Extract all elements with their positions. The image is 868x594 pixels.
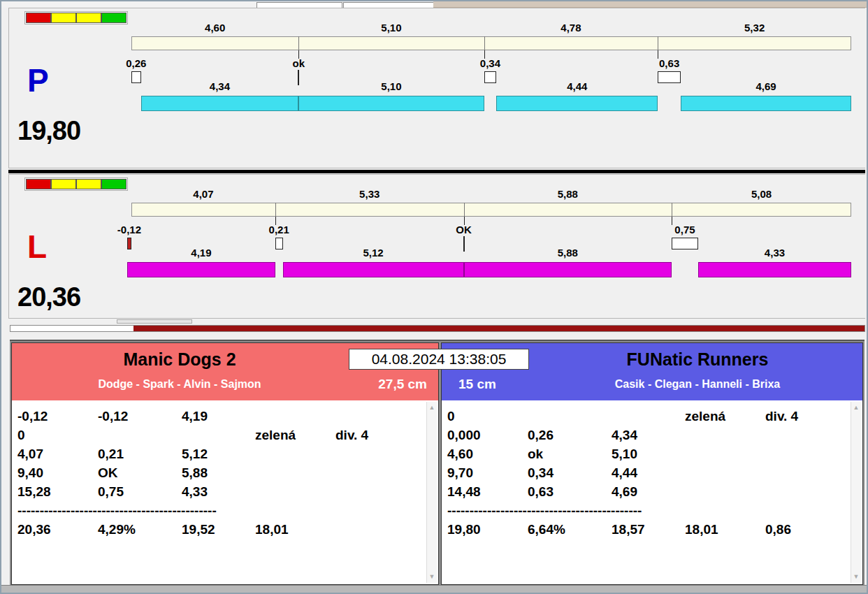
result-row: 14,480,634,69	[447, 482, 844, 501]
result-row: 9,700,344,44	[447, 463, 844, 482]
lane-p-section: P19,804,605,104,785,320,26ok0,340,634,34…	[8, 8, 865, 168]
total-cell: 18,01	[685, 522, 765, 537]
scroll-down-icon[interactable]: ▼	[429, 574, 435, 580]
jump-height: 15 cm	[458, 377, 496, 392]
team-panel-left: Manic Dogs 2 Dodge - Spark - Alvin - Saj…	[11, 342, 439, 585]
split-time-label: 4,60	[205, 22, 225, 34]
total-cell: 19,80	[447, 522, 528, 537]
traffic-light-4	[101, 13, 126, 23]
traffic-light-3	[76, 179, 101, 189]
mini-slider[interactable]	[117, 319, 192, 324]
lane-track: 4,605,104,785,320,26ok0,340,634,345,104,…	[131, 8, 851, 168]
split-time-label: 4,07	[193, 188, 213, 200]
traffic-light-4	[101, 179, 126, 189]
split-time-label: 5,08	[751, 188, 772, 200]
team-members: Casik - Clegan - Hanneli - Brixa	[442, 370, 862, 391]
result-cell: div. 4	[335, 428, 420, 443]
crossing-label: OK	[456, 224, 472, 236]
split-divider	[484, 36, 485, 50]
crossing-label: 0,75	[674, 224, 695, 236]
boundary-tick	[672, 217, 672, 225]
dog-time-label: 4,69	[755, 80, 776, 92]
result-row: -0,12-0,124,19	[17, 407, 420, 426]
traffic-light-1	[26, 179, 51, 189]
scroll-down-icon[interactable]: ▼	[853, 574, 860, 580]
crossing-label: 0,26	[126, 57, 146, 69]
dog-time-label: 4,34	[210, 80, 230, 92]
result-cell: 5,12	[182, 447, 255, 462]
scrollbar[interactable]: ▲ ▼	[426, 402, 437, 583]
lane-track: 4,075,335,885,08-0,120,21OK0,754,195,125…	[131, 175, 851, 318]
scroll-up-icon[interactable]: ▲	[429, 405, 435, 411]
result-cell: 0,000	[447, 428, 528, 443]
lane-total-time: 20,36	[17, 284, 80, 310]
timestamp: 04.08.2024 13:38:05	[349, 349, 529, 370]
result-cell: 5,88	[182, 465, 255, 481]
crossing-box	[275, 238, 283, 249]
result-row: 0zelenádiv. 4	[17, 426, 420, 444]
result-cell: 0,75	[98, 484, 182, 500]
totals-row: 20,364,29%19,5218,01	[17, 520, 420, 539]
progress-track	[10, 325, 865, 332]
result-cell: 0,26	[528, 428, 612, 443]
crossing-box	[672, 238, 698, 249]
results-table-right: ▲ ▼ 0zelenádiv. 40,0000,264,344,60ok5,10…	[442, 400, 862, 584]
traffic-light-2	[51, 13, 76, 23]
dog-run-bar	[127, 262, 275, 277]
split-divider	[275, 203, 276, 217]
crossing-label: -0,12	[117, 224, 141, 236]
separator-row: ----------------------------------------…	[447, 501, 844, 520]
dog-time-label: 5,12	[363, 247, 383, 259]
result-cell: -0,12	[17, 409, 98, 424]
lane-l-section: L20,364,075,335,885,08-0,120,21OK0,754,1…	[8, 174, 865, 319]
dog-run-bar	[141, 96, 299, 111]
result-cell: 4,34	[612, 428, 685, 443]
split-time-label: 5,33	[359, 188, 379, 200]
scrollbar[interactable]: ▲ ▼	[851, 402, 861, 583]
total-cell: 18,57	[612, 522, 685, 537]
total-cell: 4,29%	[98, 522, 182, 537]
split-time-label: 5,32	[744, 22, 765, 34]
scroll-up-icon[interactable]: ▲	[853, 405, 860, 411]
result-cell: 9,70	[447, 465, 528, 481]
dog-time-label: 5,10	[381, 80, 401, 92]
dog-time-label: 4,19	[191, 247, 211, 259]
result-cell: ok	[528, 447, 612, 462]
dog-time-label: 4,44	[567, 80, 587, 92]
result-cell: 0	[17, 428, 98, 443]
split-divider	[672, 203, 672, 217]
lane-total-time: 19,80	[17, 117, 80, 144]
crossing-box	[127, 238, 131, 249]
split-time-label: 4,78	[560, 22, 581, 34]
dog-time-label: 4,33	[765, 247, 785, 259]
dog-run-bar	[283, 262, 464, 277]
split-time-label: 5,88	[558, 188, 578, 200]
split-bar	[131, 36, 851, 50]
result-cell: 5,10	[612, 447, 685, 462]
result-row: 0,0000,264,34	[447, 426, 844, 444]
crossing-box	[658, 71, 681, 83]
crossing-ok-tick	[298, 70, 299, 85]
app-window: P19,804,605,104,785,320,26ok0,340,634,34…	[0, 0, 868, 594]
crossing-label: ok	[293, 57, 305, 69]
result-cell: 4,19	[182, 409, 255, 424]
result-cell: 0,34	[528, 465, 612, 481]
split-divider	[658, 36, 658, 50]
result-cell: 15,28	[17, 484, 98, 500]
results-table-left: ▲ ▼ -0,12-0,124,190zelenádiv. 44,070,215…	[12, 400, 438, 584]
result-cell: 0,21	[98, 447, 182, 462]
window-title-area	[433, 1, 867, 8]
split-divider	[298, 36, 299, 50]
traffic-lights	[24, 11, 128, 24]
crossing-label: 0,21	[269, 224, 289, 236]
result-cell: zelená	[255, 428, 335, 443]
total-cell: 20,36	[17, 522, 98, 537]
jump-height: 27,5 cm	[378, 377, 427, 392]
window-top-strip	[1, 1, 867, 8]
traffic-light-1	[26, 13, 51, 23]
result-cell: zelená	[685, 409, 765, 424]
split-time-label: 5,10	[381, 22, 401, 34]
results-area: Manic Dogs 2 Dodge - Spark - Alvin - Saj…	[10, 340, 865, 586]
lane-letter: L	[27, 231, 47, 263]
crossing-label: 0,63	[659, 57, 679, 69]
